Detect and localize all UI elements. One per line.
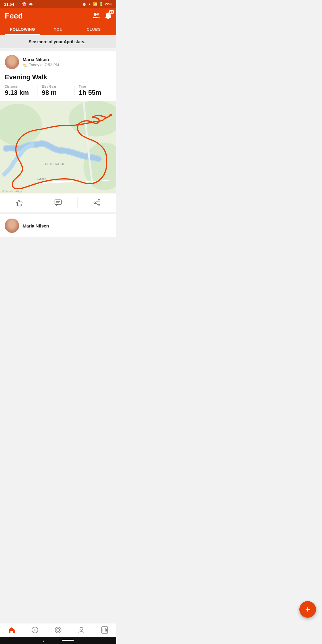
- tab-following[interactable]: FOLLOWING: [5, 24, 40, 35]
- stat-elev: Elev Gain 98 m: [38, 85, 75, 97]
- page-title: Feed: [5, 11, 23, 21]
- activity-card: Maria Nilsen ⛅ Today at 7:52 PM Evening …: [0, 51, 116, 212]
- svg-point-16: [98, 199, 100, 201]
- friends-button[interactable]: [92, 12, 100, 20]
- svg-point-17: [98, 204, 100, 206]
- spotify-icon: 🎵: [16, 2, 20, 6]
- svg-text:Lynadn: Lynadn: [37, 177, 46, 180]
- avatar-image: [5, 55, 19, 69]
- stat-time-value: 1h 55m: [79, 89, 112, 97]
- svg-rect-13: [55, 200, 61, 205]
- avatar[interactable]: [5, 55, 19, 69]
- feed-tabs: FOLLOWING YOU CLUBS: [5, 24, 112, 35]
- status-time: 21:54 🎵 👻 ☁️: [4, 2, 33, 7]
- activity-header: Maria Nilsen ⛅ Today at 7:52 PM: [0, 51, 116, 72]
- svg-point-0: [94, 13, 97, 16]
- status-bar: 21:54 🎵 👻 ☁️ ⏰ ▲ 📶 🔋 22%: [0, 0, 116, 8]
- action-bar: [0, 193, 116, 212]
- header-top-bar: Feed 20: [5, 11, 112, 24]
- activity-stats: Distance 9.13 km Elev Gain 98 m Time 1h …: [0, 85, 116, 101]
- activity-2-username[interactable]: Maria Nilsen: [23, 223, 49, 228]
- activity-card-2: Maria Nilsen: [0, 214, 116, 237]
- signal-icon: 📶: [93, 2, 97, 6]
- comment-button[interactable]: [39, 193, 78, 212]
- stat-time: Time 1h 55m: [75, 85, 112, 97]
- battery-icon: 🔋: [99, 2, 103, 6]
- svg-point-8: [30, 163, 78, 193]
- svg-text:BERGSAKER: BERGSAKER: [43, 162, 65, 165]
- activity-title[interactable]: Evening Walk: [0, 72, 116, 85]
- stat-elev-value: 98 m: [42, 89, 75, 97]
- activity-meta: Maria Nilsen ⛅ Today at 7:52 PM: [23, 57, 112, 67]
- share-icon: [93, 199, 101, 206]
- avatar-2-image: [5, 219, 19, 233]
- people-icon: [92, 12, 100, 19]
- stat-distance-value: 9.13 km: [5, 89, 38, 97]
- activity-map[interactable]: BERGSAKER Lynadn © OpenStreetMap: [0, 101, 116, 193]
- svg-line-20: [96, 203, 98, 205]
- weather-cloud-icon: ⛅: [23, 63, 28, 67]
- status-indicators: ⏰ ▲ 📶 🔋 22%: [82, 2, 112, 6]
- tab-you[interactable]: YOU: [40, 24, 76, 35]
- thumbs-up-icon: [15, 199, 24, 207]
- share-button[interactable]: [78, 193, 116, 212]
- tab-clubs[interactable]: CLUBS: [76, 24, 112, 35]
- notifications-button[interactable]: 20: [105, 12, 112, 20]
- wifi-icon: ▲: [88, 2, 92, 6]
- map-svg: BERGSAKER Lynadn © OpenStreetMap: [0, 101, 116, 193]
- svg-line-19: [96, 201, 98, 202]
- svg-rect-12: [16, 202, 18, 206]
- notification-badge: 20: [109, 10, 114, 14]
- svg-point-1: [97, 13, 99, 16]
- cloud-status-icon: ☁️: [28, 2, 33, 6]
- stat-distance-label: Distance: [5, 85, 38, 88]
- stat-time-label: Time: [79, 85, 112, 88]
- comment-icon: [54, 199, 62, 206]
- svg-text:© OpenStreetMap: © OpenStreetMap: [2, 190, 22, 193]
- header-actions: 20: [92, 12, 112, 20]
- app-header: Feed 20 FOLLOWING YOU CLUBS: [0, 8, 116, 35]
- activity-username[interactable]: Maria Nilsen: [23, 57, 112, 62]
- svg-rect-2: [107, 18, 109, 19]
- snapchat-icon: 👻: [22, 2, 27, 6]
- alarm-icon: ⏰: [82, 2, 86, 6]
- avatar-2[interactable]: [5, 219, 19, 233]
- like-button[interactable]: [0, 193, 39, 212]
- stats-banner[interactable]: See more of your April stats...: [0, 35, 116, 48]
- stat-elev-label: Elev Gain: [42, 85, 75, 88]
- stat-distance: Distance 9.13 km: [5, 85, 38, 97]
- svg-point-18: [94, 202, 96, 204]
- activity-time: ⛅ Today at 7:52 PM: [23, 63, 112, 67]
